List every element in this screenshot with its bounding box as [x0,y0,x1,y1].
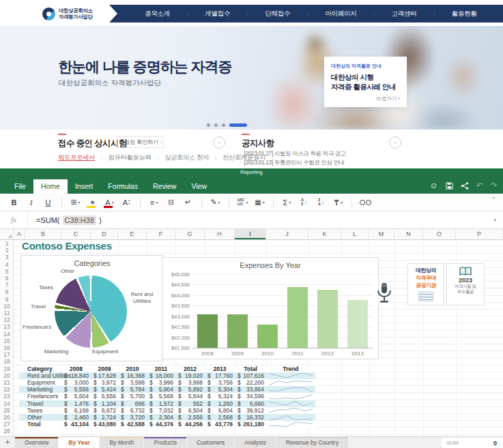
row-header-13[interactable]: 13 [0,323,14,330]
row-header-20[interactable]: 20 [0,372,14,379]
menu-formulas[interactable]: Formulas [100,179,145,194]
table-row[interactable]: Marketing$5,556$5,424$5,784$5,904$5,892$… [19,386,315,393]
table-row[interactable]: Total$43,104$43,080$42,588$44,376$44,256… [19,421,315,428]
table-row[interactable]: Freelancers$5,604$5,556$5,700$5,568$5,84… [19,393,315,400]
table-row[interactable]: Travel$1,476$1,104$696$1,572$552$1,260$6… [19,400,315,407]
row-header-24[interactable]: 24 [0,400,14,407]
add-sheet-button[interactable]: + [0,437,15,448]
row-header-23[interactable]: 23 [0,393,14,400]
bar-chart-panel[interactable]: Expenses By Year $45,000$44,500$44,000$4… [162,257,379,359]
sheet-tab-by-month[interactable]: By Month [100,437,143,448]
nav-item-4[interactable]: 마이페이지 [325,10,356,18]
formula-expand-icon[interactable]: ▾ [493,218,496,223]
row-header-21[interactable]: 21 [0,379,14,386]
notice-item-2[interactable]: [2023.01.13] 유통관리사 수험료 인상 안내 [240,158,346,167]
column-header-N[interactable]: N [394,229,423,239]
nav-item-1[interactable]: 종목소개 [145,10,170,18]
share-icon[interactable] [461,182,469,190]
smiley-icon[interactable]: ☺ [430,181,438,190]
sheet-tab-customers[interactable]: Customers [187,437,234,448]
fill-color-icon[interactable]: ◆ [85,196,100,209]
row-header-28[interactable]: 28 [0,428,14,434]
sheet-tab-overview[interactable]: Overview [15,437,58,448]
filter-icon[interactable]: ▾ [331,196,345,209]
hero-banner[interactable]: 한눈에 나를 증명하는 자격증 대한상공회의소 자격평가사업단 대한상의 자격활… [0,26,503,130]
underline-icon[interactable]: U [41,196,55,209]
menu-home[interactable]: Home [33,179,68,194]
row-header-25[interactable]: 25 [0,407,14,414]
row-header-4[interactable]: 4 [0,261,14,268]
sheet-title-cell[interactable]: Contoso Expenses [22,240,112,252]
row-header-5[interactable]: 5 [0,268,14,275]
insert-comment-icon[interactable]: ✎▾ [208,196,222,209]
column-header-E[interactable]: E [118,229,147,239]
row-header-3[interactable]: 3 [0,254,14,260]
italic-icon[interactable]: I [24,196,38,209]
row-header-8[interactable]: 8 [0,288,14,295]
find-icon[interactable] [358,196,373,209]
row-header-26[interactable]: 26 [0,414,14,421]
table-row[interactable]: Equipment$3,000$3,972$3,588$3,996$3,888$… [19,379,315,386]
sort-desc-icon[interactable]: ZA↓ [314,196,328,209]
menu-file[interactable]: File [7,179,33,194]
carousel-dots[interactable] [207,123,247,127]
table-row[interactable]: Rent and Utilities$18,840$17,628$16,368$… [19,372,315,379]
column-header-D[interactable]: D [91,229,118,239]
exam-link-3[interactable]: 상공회의소 한자 [164,153,209,162]
font-size-icon[interactable]: A▲▼ [119,196,134,209]
column-header-J[interactable]: J [266,229,308,239]
select-all-corner[interactable]: ◢ [0,229,14,239]
bold-icon[interactable]: B [7,196,21,209]
nav-item-2[interactable]: 개별접수 [205,10,230,18]
menu-view[interactable]: View [184,179,214,194]
nav-item-6[interactable]: 활용현황 [452,10,477,18]
column-header-M[interactable]: M [369,229,394,239]
carousel-dot[interactable] [207,123,210,127]
number-format-icon[interactable]: ABC123▾ [235,196,250,209]
column-header-F[interactable]: F [147,229,175,239]
row-header-2[interactable]: 2 [0,247,14,254]
borders-icon[interactable]: ⊞▾ [68,196,83,209]
row-header-16[interactable]: 16 [0,344,14,351]
row-header-9[interactable]: 9 [0,296,14,303]
row-header-19[interactable]: 19 [0,365,14,372]
align-icon[interactable]: ≡▾ [147,196,161,209]
formula-input[interactable]: =SUM( C38:H38 ) [36,216,102,224]
row-header-7[interactable]: 7 [0,282,14,288]
save-icon[interactable] [446,182,453,190]
carousel-dot[interactable] [222,123,225,127]
merge-cells-icon[interactable]: ⊟ [164,196,178,209]
column-header-B[interactable]: B [25,229,61,239]
notices-more-button[interactable]: › [389,136,401,149]
hero-promo-card[interactable]: 대한상의 자격활용 안내 대한상의 시행 자격증 활용사례 안내 바로가기 › [324,57,407,107]
column-header-L[interactable]: L [341,229,369,239]
column-header-P[interactable]: P [456,229,503,239]
column-header-A[interactable]: A [14,229,25,239]
collapse-ribbon-icon[interactable]: ⌃ [491,196,496,203]
row-header-27[interactable]: 27 [0,421,14,428]
row-header-14[interactable]: 14 [0,331,14,338]
font-color-icon[interactable]: A▾ [102,196,117,209]
nav-item-3[interactable]: 단체접수 [265,10,290,18]
column-header-K[interactable]: K [308,229,341,239]
column-header-H[interactable]: H [205,229,235,239]
redo-icon[interactable]: ↷ [491,181,498,190]
sheet-tab-analysis[interactable]: Analysis [235,437,276,448]
exams-more-button[interactable]: › [213,136,225,149]
row-header-11[interactable]: 11 [0,310,14,316]
promo-card-public-institution[interactable]: 대한상의 자격우대 공공기관 [407,263,444,305]
row-header-18[interactable]: 18 [0,358,14,365]
undo-icon[interactable]: ↶ [476,181,483,190]
promo-card-2023-guide[interactable]: 2023 자격시험 및 우수활용 [446,263,485,305]
row-header-6[interactable]: 6 [0,275,14,282]
notice-item-1[interactable]: [2023.01.27] 시험장 마스크 착용 적극 권고 [240,149,346,158]
exam-link-1[interactable]: 워드프로세서 [58,153,95,162]
sheet-tab-by-year[interactable]: By Year [59,437,99,448]
menu-review[interactable]: Review [145,179,184,194]
hero-card-link[interactable]: 바로가기 › [376,95,400,102]
carousel-dot[interactable] [214,123,218,127]
menu-insert[interactable]: Insert [68,179,100,194]
pie-chart-panel[interactable]: Categories Rent and UtilitiesEquipmentMa… [20,255,164,361]
table-row[interactable]: Category200820092010201120122013TotalTre… [19,365,315,372]
column-header-G[interactable]: G [175,229,205,239]
